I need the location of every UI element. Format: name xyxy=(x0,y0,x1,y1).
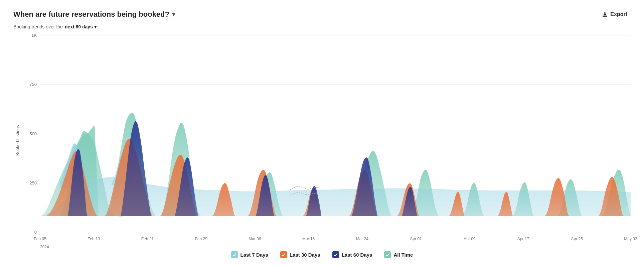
header-row: When are future reservations being booke… xyxy=(13,9,631,19)
legend-label-last60: Last 60 Days xyxy=(342,252,372,258)
x-label-mar24: Mar 24 xyxy=(356,237,368,241)
legend-check-alltime xyxy=(384,251,391,258)
y-tick-750: 750 xyxy=(24,82,37,87)
legend-check-last60 xyxy=(332,251,339,258)
subtitle-link-text: next 60 days xyxy=(65,24,93,29)
x-label-apr09: Apr 09 xyxy=(464,237,475,241)
x-label-mar16: Mar 16 xyxy=(302,237,315,241)
y-tick-1k: 1K xyxy=(24,33,37,38)
x-label-feb13: Feb 13 xyxy=(88,237,100,241)
y-tick-250: 250 xyxy=(24,180,37,185)
chart-area: Booked Listings 1K 750 500 xyxy=(13,33,631,259)
chart-legend: Last 7 Days Last 30 Days Last 60 Days xyxy=(13,248,631,259)
legend-check-last30 xyxy=(280,251,287,258)
legend-item-last60[interactable]: Last 60 Days xyxy=(332,251,372,258)
subtitle-prefix: Booking trends over the xyxy=(13,24,63,29)
title-text: When are future reservations being booke… xyxy=(13,10,169,19)
x-label-feb29: Feb 29 xyxy=(195,237,207,241)
subtitle-chevron-icon: ▾ xyxy=(94,24,97,29)
x-label-feb21: Feb 21 xyxy=(141,237,154,241)
legend-label-last30: Last 30 Days xyxy=(290,252,320,258)
legend-item-alltime[interactable]: All Time xyxy=(384,251,413,258)
export-button[interactable]: Export xyxy=(599,9,631,19)
legend-label-alltime: All Time xyxy=(393,252,413,258)
legend-item-last30[interactable]: Last 30 Days xyxy=(280,251,320,258)
y-tick-500: 500 xyxy=(24,131,37,136)
y-tick-0: 0 xyxy=(24,230,37,235)
checkmark-icon-last30 xyxy=(281,253,286,257)
x-axis: 2024 Feb 05Feb 13Feb 21Feb 29Mar 08Mar 1… xyxy=(40,235,631,248)
x-label-mar08: Mar 08 xyxy=(249,237,261,241)
checkmark-icon-last60 xyxy=(333,253,338,257)
subtitle-link[interactable]: next 60 days ▾ xyxy=(65,24,97,29)
x-label-feb05: Feb 05 xyxy=(34,237,46,241)
checkmark-icon-alltime xyxy=(385,253,390,257)
legend-label-last7: Last 7 Days xyxy=(240,252,268,258)
legend-check-last7 xyxy=(231,251,238,258)
chart-title: When are future reservations being booke… xyxy=(13,10,175,19)
export-icon xyxy=(602,11,608,17)
x-label-may03: May 03 xyxy=(624,237,637,241)
checkmark-icon-last7 xyxy=(232,253,236,257)
x-label-apr01: Apr 01 xyxy=(410,237,422,241)
y-axis-label: Booked Listings xyxy=(13,33,21,248)
x-label-apr17: Apr 17 xyxy=(517,237,529,241)
legend-item-last7[interactable]: Last 7 Days xyxy=(231,251,268,258)
title-chevron-icon[interactable]: ▾ xyxy=(172,11,175,18)
export-label: Export xyxy=(610,11,627,17)
subtitle-row: Booking trends over the next 60 days ▾ xyxy=(13,24,631,29)
x-label-apr25: Apr 25 xyxy=(571,237,583,241)
chart-inner: 1K 750 500 250 xyxy=(24,33,631,248)
chart-svg xyxy=(40,33,631,235)
chart-wrapper: Booked Listings 1K 750 500 xyxy=(13,33,631,248)
x-year: 2024 xyxy=(40,245,49,249)
